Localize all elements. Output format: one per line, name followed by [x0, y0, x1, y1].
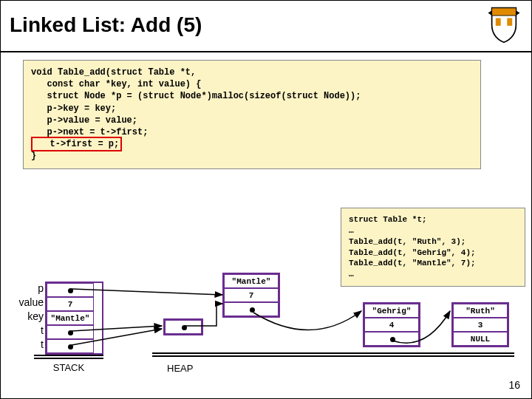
stack-cell-key: "Mantle" — [47, 311, 94, 325]
page-number: 16 — [508, 379, 520, 391]
crest-icon — [485, 7, 522, 44]
stack-cell-p — [47, 283, 94, 297]
stack-label-t-inner: t — [8, 324, 44, 338]
page-title: Linked List: Add (5) — [10, 13, 202, 37]
stack-cell-t-inner — [47, 325, 94, 339]
stack-label-key: key — [8, 310, 44, 324]
stack-label-p: p — [8, 282, 44, 296]
stack-frame: p value key t t 7 "Mantle" STACK — [45, 282, 103, 373]
heap-underline — [152, 352, 514, 357]
stack-label-t-outer: t — [8, 338, 44, 352]
stack-caption: STACK — [34, 362, 103, 373]
stack-cell-value: 7 — [47, 297, 94, 311]
heap-node-gehrig: "Gehrig" 4 — [363, 302, 420, 347]
heap-node-mantle: "Mantle" 7 — [222, 273, 280, 318]
svg-rect-0 — [496, 18, 501, 26]
heap-node-ruth: "Ruth" 3 NULL — [451, 302, 509, 347]
stack-label-value: value — [8, 296, 44, 310]
heap-table-box — [163, 318, 203, 335]
svg-rect-1 — [507, 18, 512, 26]
stack-cell-t-outer — [47, 339, 94, 353]
code-block-caller: struct Table *t; … Table_add(t, "Ruth", … — [341, 208, 525, 287]
code-block-function: void Table_add(struct Table *t, const ch… — [23, 60, 481, 169]
heap-caption: HEAP — [167, 363, 193, 374]
highlighted-line: t->first = p; — [31, 137, 122, 151]
